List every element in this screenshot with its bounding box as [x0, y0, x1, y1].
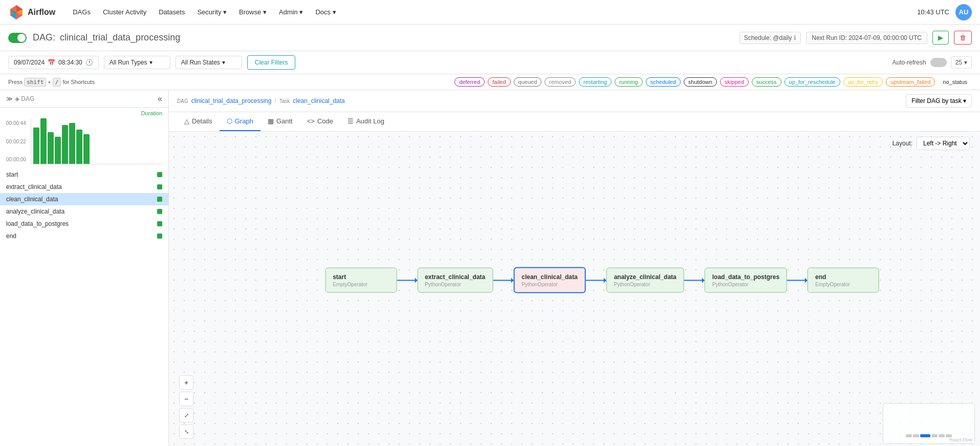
tabs: △ Details ⬡ Graph ▦ Gantt <> Code ☰ Audi…	[169, 112, 980, 132]
schedule-badge: Schedule: @daily ℹ	[739, 32, 801, 44]
status-restarting[interactable]: restarting	[579, 77, 612, 87]
graph-nodes: start EmptyOperator extract_clinical_dat…	[325, 267, 879, 293]
dag-name: clinical_trial_data_processing	[60, 32, 180, 43]
nav-browse[interactable]: Browse ▾	[234, 5, 272, 19]
task-status-dot	[157, 197, 162, 202]
run-types-chevron: ▾	[149, 59, 153, 66]
shift-key: shift	[24, 78, 46, 87]
tab-audit-log[interactable]: ☰ Audit Log	[340, 112, 391, 131]
duration-chart: 00:00:44 00:00:22 00:00:00	[0, 118, 168, 164]
graph-arrow-5	[787, 280, 808, 281]
sidebar-task-clean[interactable]: clean_clinical_data	[0, 193, 168, 205]
status-up-for-reschedule[interactable]: up_for_reschedule	[785, 77, 840, 87]
dag-header-right: Schedule: @daily ℹ Next Run ID: 2024-07-…	[739, 31, 972, 45]
status-shutdown[interactable]: shutdown	[684, 77, 717, 87]
graph-arrow-2	[493, 280, 513, 281]
minimap: React Flow	[883, 403, 975, 444]
run-types-label: All Run Types	[110, 59, 147, 66]
dag-prefix: DAG:	[33, 32, 55, 43]
sidebar-task-analyze[interactable]: analyze_clinical_data	[0, 205, 168, 218]
minimap-indicator	[939, 434, 945, 437]
nav-security[interactable]: Security ▾	[192, 5, 232, 19]
status-no-status[interactable]: no_status	[938, 77, 972, 87]
fit-button[interactable]: ⤢	[179, 408, 193, 422]
tab-code[interactable]: <> Code	[300, 112, 340, 131]
status-removed[interactable]: removed	[545, 77, 576, 87]
dag-toggle[interactable]	[8, 33, 27, 43]
chart-bar	[55, 137, 61, 164]
node-op-end: EmptyOperator	[815, 282, 872, 287]
status-up-for-retry[interactable]: up_for_retry	[843, 77, 883, 87]
graph-node-extract[interactable]: extract_clinical_data PythonOperator	[417, 268, 493, 293]
layout-select[interactable]: Left -> Right	[917, 137, 970, 150]
filter-date[interactable]: 09/07/2024 📅 08:34:30 🕐	[8, 56, 99, 69]
sidebar-collapse-button[interactable]: «	[158, 94, 162, 103]
task-status-dot	[157, 233, 162, 239]
run-states-label: All Run States	[181, 59, 220, 66]
status-failed[interactable]: failed	[488, 77, 510, 87]
run-states-select[interactable]: All Run States ▾	[176, 56, 242, 69]
node-op-analyze: PythonOperator	[614, 282, 677, 287]
sidebar-dag-icon: ◈ DAG	[15, 95, 34, 102]
avatar[interactable]: AU	[955, 4, 972, 20]
dag-title: DAG: clinical_trial_data_processing	[33, 32, 182, 43]
tab-gantt[interactable]: ▦ Gantt	[260, 112, 300, 131]
zoom-out-button[interactable]: −	[179, 392, 193, 406]
dag-header: DAG: clinical_trial_data_processing Sche…	[0, 25, 980, 51]
run-types-select[interactable]: All Run Types ▾	[104, 56, 170, 69]
sidebar-task-extract[interactable]: extract_clinical_data	[0, 181, 168, 193]
node-op-extract: PythonOperator	[425, 282, 485, 287]
graph-area[interactable]: Layout: Left -> Right start EmptyOperato…	[169, 132, 980, 446]
status-deferred[interactable]: deferred	[454, 77, 485, 87]
status-upstream-failed[interactable]: upstream_failed	[886, 77, 935, 87]
dag-breadcrumb-label: DAG	[177, 98, 188, 104]
graph-node-start[interactable]: start EmptyOperator	[325, 268, 397, 293]
clear-filters-button[interactable]: Clear Filters	[247, 55, 296, 70]
status-success[interactable]: success	[752, 77, 781, 87]
sidebar-task-end[interactable]: end	[0, 230, 168, 242]
clock-icon: 🕐	[85, 59, 93, 66]
graph-node-analyze[interactable]: analyze_clinical_data PythonOperator	[606, 268, 684, 293]
status-running[interactable]: running	[615, 77, 643, 87]
sidebar-task-start[interactable]: start	[0, 168, 168, 181]
press-hint: Press shift + / for Shortcuts	[8, 79, 95, 86]
auto-refresh-toggle[interactable]	[930, 58, 947, 67]
status-scheduled[interactable]: scheduled	[646, 77, 681, 87]
tab-graph[interactable]: ⬡ Graph	[220, 112, 260, 131]
filter-right: Auto-refresh 25 ▾	[892, 56, 972, 69]
navbar: Airflow DAGs Cluster Activity Datasets S…	[0, 0, 980, 25]
chart-bar	[62, 125, 68, 164]
node-op-load: PythonOperator	[712, 282, 779, 287]
nav-datasets[interactable]: Datasets	[154, 5, 190, 19]
graph-node-load[interactable]: load_data_to_postgres PythonOperator	[705, 268, 787, 293]
breadcrumb-separator: /	[274, 97, 276, 104]
tab-details[interactable]: △ Details	[177, 112, 220, 131]
run-states-chevron: ▾	[222, 59, 225, 66]
node-title-extract: extract_clinical_data	[425, 273, 485, 281]
filter-dag-by-task-button[interactable]: Filter DAG by task ▾	[906, 94, 972, 108]
nav-cluster-activity[interactable]: Cluster Activity	[98, 5, 151, 19]
status-queued[interactable]: queued	[514, 77, 542, 87]
task-status-dot	[157, 209, 162, 214]
chart-bar	[40, 118, 47, 164]
minimap-indicator	[931, 434, 938, 437]
task-breadcrumb-value[interactable]: clean_clinical_data	[293, 97, 344, 104]
chart-bar	[48, 132, 54, 164]
auto-refresh-count[interactable]: 25 ▾	[951, 56, 972, 69]
minimap-indicator	[906, 434, 912, 437]
graph-node-end[interactable]: end EmptyOperator	[808, 268, 879, 293]
delete-button[interactable]: 🗑	[954, 31, 972, 45]
nav-dags[interactable]: DAGs	[68, 5, 96, 19]
sidebar-expand-icon: ≫	[6, 95, 13, 102]
dag-breadcrumb-value[interactable]: clinical_trial_data_processing	[191, 97, 272, 104]
brand-name: Airflow	[28, 8, 55, 17]
nav-admin[interactable]: Admin ▾	[274, 5, 308, 19]
sidebar-task-load[interactable]: load_data_to_postgres	[0, 218, 168, 230]
graph-node-clean[interactable]: clean_clinical_data PythonOperator	[513, 267, 585, 293]
nav-docs[interactable]: Docs ▾	[310, 5, 341, 19]
fullscreen-button[interactable]: ⤡	[179, 424, 193, 439]
play-button[interactable]: ▶	[932, 31, 949, 45]
status-legend: Press shift + / for Shortcuts deferred f…	[0, 74, 980, 90]
status-skipped[interactable]: skipped	[720, 77, 749, 87]
zoom-in-button[interactable]: +	[179, 375, 193, 390]
